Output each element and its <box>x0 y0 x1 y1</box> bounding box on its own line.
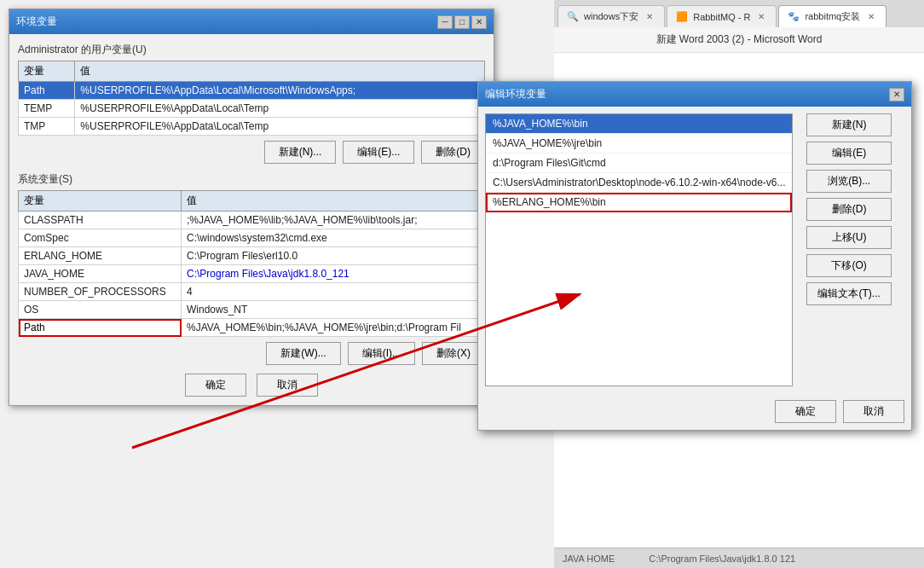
system-edit-button[interactable]: 编辑(I)... <box>348 342 415 365</box>
edit-env-list[interactable]: %JAVA_HOME%\bin %JAVA_HOME%\jre\bin d:\P… <box>485 113 793 386</box>
browser-title: 新建 Word 2003 (2) - Microsoft Word <box>656 32 823 47</box>
env-ok-button[interactable]: 确定 <box>185 374 246 397</box>
system-delete-button[interactable]: 删除(X) <box>422 342 485 365</box>
edit-list-item-erlang-home[interactable]: %ERLANG_HOME%\bin <box>486 193 792 212</box>
system-var-val-java: C:\Program Files\Java\jdk1.8.0_121 <box>182 265 485 283</box>
bottom-status-bar: JAVA HOME C:\Program Files\Java\jdk1.8.0… <box>554 548 924 568</box>
tab-icon-windows: 🔍 <box>567 11 579 22</box>
edit-ok-button[interactable]: 确定 <box>775 400 836 423</box>
edit-list-item-git-cmd[interactable]: d:\Program Files\Git\cmd <box>486 154 792 173</box>
system-var-row-nop[interactable]: NUMBER_OF_PROCESSORS 4 <box>19 283 485 301</box>
user-col-var: 变量 <box>19 61 75 82</box>
user-new-button[interactable]: 新建(N)... <box>264 141 337 164</box>
user-delete-button[interactable]: 删除(D) <box>421 141 485 164</box>
edit-dialog-titlebar: 编辑环境变量 ✕ <box>478 82 911 107</box>
edit-cancel-button[interactable]: 取消 <box>843 400 904 423</box>
system-col-val: 值 <box>182 191 485 212</box>
user-var-val-tmp: %USERPROFILE%\AppData\Local\Temp <box>75 118 485 136</box>
bottom-right-text: C:\Program Files\Java\jdk1.8.0 121 <box>649 554 795 564</box>
user-var-val-temp: %USERPROFILE%\AppData\Local\Temp <box>75 100 485 118</box>
tab-icon-rabbitmq: 🟧 <box>676 11 688 22</box>
user-var-row-tmp[interactable]: TMP %USERPROFILE%\AppData\Local\Temp <box>19 118 485 136</box>
edit-env-dialog: 编辑环境变量 ✕ %JAVA_HOME%\bin %JAVA_HOME%\jre… <box>477 81 912 431</box>
edit-text-button[interactable]: 编辑文本(T)... <box>806 282 891 305</box>
edit-list-item-java-home-jre[interactable]: %JAVA_HOME%\jre\bin <box>486 134 792 154</box>
system-buttons-row: 新建(W)... 编辑(I)... 删除(X) <box>18 342 485 365</box>
tab-rabbitmq-install[interactable]: 🐾 rabbitmq安装 ✕ <box>778 5 886 27</box>
user-buttons-row: 新建(N)... 编辑(E)... 删除(D) <box>18 141 485 164</box>
system-var-val-erlang: C:\Program Files\erl10.0 <box>182 247 485 265</box>
system-var-val-classpath: ;%JAVA_HOME%\lib;%JAVA_HOME%\lib\tools.j… <box>182 212 485 229</box>
user-var-name-path: Path <box>19 82 75 100</box>
system-var-name-java: JAVA_HOME <box>19 265 182 283</box>
system-var-name-comspec: ComSpec <box>19 229 182 247</box>
bottom-left-text: JAVA HOME <box>563 554 615 564</box>
user-var-val-path: %USERPROFILE%\AppData\Local\Microsoft\Wi… <box>75 82 485 100</box>
tab-close-rabbitmq[interactable]: ✕ <box>755 11 767 23</box>
system-var-val-nop: 4 <box>182 283 485 301</box>
system-var-name-erlang: ERLANG_HOME <box>19 247 182 265</box>
system-var-name-nop: NUMBER_OF_PROCESSORS <box>19 283 182 301</box>
env-dialog-body: Administrator 的用户变量(U) 变量 值 Path %USERPR… <box>9 34 494 405</box>
edit-edit-button[interactable]: 编辑(E) <box>806 142 891 165</box>
system-var-name-classpath: CLASSPATH <box>19 212 182 229</box>
edit-close-button[interactable]: ✕ <box>889 88 904 101</box>
system-vars-table: 变量 值 CLASSPATH ;%JAVA_HOME%\lib;%JAVA_HO… <box>18 190 485 337</box>
close-button[interactable]: ✕ <box>471 15 487 29</box>
env-cancel-button[interactable]: 取消 <box>257 374 318 397</box>
tab-label-rabbitmq-install: rabbitmq安装 <box>805 10 860 23</box>
user-var-name-temp: TEMP <box>19 100 75 118</box>
system-var-row-java[interactable]: JAVA_HOME C:\Program Files\Java\jdk1.8.0… <box>19 265 485 283</box>
browser-title-bar: 新建 Word 2003 (2) - Microsoft Word <box>554 27 924 53</box>
edit-browse-button[interactable]: 浏览(B)... <box>806 170 891 193</box>
system-var-val-path: %JAVA_HOME%\bin;%JAVA_HOME%\jre\bin;d:\P… <box>182 319 485 337</box>
user-section-label: Administrator 的用户变量(U) <box>18 43 485 57</box>
system-col-var: 变量 <box>19 191 182 212</box>
edit-delete-button[interactable]: 删除(D) <box>806 198 891 221</box>
user-var-name-tmp: TMP <box>19 118 75 136</box>
tab-icon-rabbitmq-install: 🐾 <box>788 11 800 22</box>
user-var-row-path[interactable]: Path %USERPROFILE%\AppData\Local\Microso… <box>19 82 485 100</box>
tab-rabbitmq[interactable]: 🟧 RabbitMQ - R ✕ <box>667 5 777 27</box>
maximize-button[interactable]: □ <box>454 15 470 29</box>
tab-windows[interactable]: 🔍 windows下安 ✕ <box>557 5 665 27</box>
system-var-row-classpath[interactable]: CLASSPATH ;%JAVA_HOME%\lib;%JAVA_HOME%\l… <box>19 212 485 229</box>
edit-titlebar-buttons: ✕ <box>889 88 904 101</box>
env-dialog: 环境变量 ─ □ ✕ Administrator 的用户变量(U) 变量 值 P… <box>9 9 494 406</box>
tab-label-rabbitmq: RabbitMQ - R <box>693 12 750 22</box>
system-var-row-erlang[interactable]: ERLANG_HOME C:\Program Files\erl10.0 <box>19 247 485 265</box>
system-var-row-comspec[interactable]: ComSpec C:\windows\system32\cmd.exe <box>19 229 485 247</box>
edit-right-buttons: 新建(N) 编辑(E) 浏览(B)... 删除(D) 上移(U) 下移(O) 编… <box>803 107 894 393</box>
system-var-name-path: Path <box>19 319 182 337</box>
edit-new-button[interactable]: 新建(N) <box>806 113 891 136</box>
edit-dialog-body: %JAVA_HOME%\bin %JAVA_HOME%\jre\bin d:\P… <box>478 107 911 393</box>
user-col-val: 值 <box>75 61 485 82</box>
user-vars-table: 变量 值 Path %USERPROFILE%\AppData\Local\Mi… <box>18 61 485 136</box>
system-var-name-os: OS <box>19 301 182 319</box>
titlebar-buttons: ─ □ ✕ <box>437 15 487 29</box>
env-bottom-buttons: 确定 取消 <box>18 374 485 397</box>
env-dialog-titlebar: 环境变量 ─ □ ✕ <box>9 9 494 34</box>
system-new-button[interactable]: 新建(W)... <box>266 342 340 365</box>
user-edit-button[interactable]: 编辑(E)... <box>343 141 414 164</box>
minimize-button[interactable]: ─ <box>437 15 453 29</box>
system-var-row-os[interactable]: OS Windows_NT <box>19 301 485 319</box>
edit-dialog-title: 编辑环境变量 <box>485 87 546 101</box>
edit-up-button[interactable]: 上移(U) <box>806 226 891 249</box>
edit-down-button[interactable]: 下移(O) <box>806 254 891 277</box>
edit-list-item-java-home-bin[interactable]: %JAVA_HOME%\bin <box>486 114 792 134</box>
tab-close-windows[interactable]: ✕ <box>644 11 655 23</box>
tab-label-windows: windows下安 <box>584 10 638 23</box>
browser-tabs-bar: 🔍 windows下安 ✕ 🟧 RabbitMQ - R ✕ 🐾 rabbitm… <box>554 0 924 27</box>
user-var-row-temp[interactable]: TEMP %USERPROFILE%\AppData\Local\Temp <box>19 100 485 118</box>
system-var-row-path[interactable]: Path %JAVA_HOME%\bin;%JAVA_HOME%\jre\bin… <box>19 319 485 337</box>
system-var-val-os: Windows_NT <box>182 301 485 319</box>
edit-bottom-buttons: 确定 取消 <box>478 393 911 430</box>
env-dialog-title: 环境变量 <box>16 14 57 29</box>
system-section-label: 系统变量(S) <box>18 172 485 187</box>
system-var-val-comspec: C:\windows\system32\cmd.exe <box>182 229 485 247</box>
tab-close-rabbitmq-install[interactable]: ✕ <box>865 11 877 23</box>
edit-list-item-node[interactable]: C:\Users\Administrator\Desktop\node-v6.1… <box>486 173 792 193</box>
